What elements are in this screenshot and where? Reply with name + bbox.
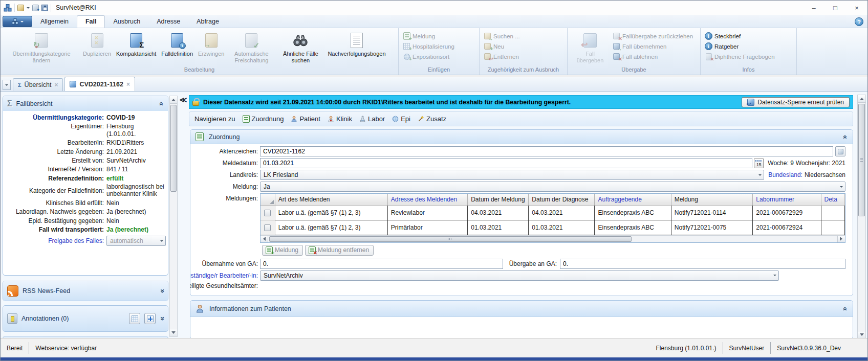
uebergabe-ga-input[interactable]: [560, 259, 845, 269]
recheck-lock-button[interactable]: ↩ Datensatz-Sperre erneut prüfen: [742, 97, 850, 107]
column-header[interactable]: Datum der Diagnose: [529, 194, 595, 205]
tab-list-dropdown-button[interactable]: [3, 80, 11, 90]
scroll-down-button[interactable]: [858, 331, 865, 339]
close-button[interactable]: ×: [846, 1, 867, 15]
tab-ausbruch[interactable]: Ausbruch: [105, 16, 148, 28]
tab-abfrage[interactable]: Abfrage: [188, 16, 227, 28]
sidebar-scrollbar[interactable]: [169, 96, 178, 337]
nav-link-klinik[interactable]: Klinik: [328, 115, 352, 123]
row-checkbox[interactable]: [264, 224, 271, 231]
doc-tab-case[interactable]: CVD2021-1162 ×: [64, 77, 135, 91]
falluebersicht-header[interactable]: Σ Fallübersicht «: [3, 96, 168, 111]
help-button[interactable]: ?: [855, 17, 863, 26]
automatische-freischaltung-button[interactable]: ✓ Automatische Freischaltung: [227, 30, 276, 64]
select-all-header[interactable]: [261, 194, 275, 205]
kompaktansicht-button[interactable]: Σ Kompaktansicht: [114, 30, 159, 58]
scroll-right-button[interactable]: [837, 236, 845, 242]
sidebar-collapse-button[interactable]: ≪: [179, 94, 187, 106]
column-header[interactable]: Meldung: [671, 194, 752, 205]
bearbeiter-combobox[interactable]: SurvNetArchiv: [260, 270, 779, 281]
calendar-button[interactable]: 15: [754, 159, 764, 168]
scroll-up-button[interactable]: [170, 96, 177, 104]
column-header[interactable]: Adresse des Meldenden: [387, 194, 467, 205]
falluebergabe-zurueckziehen-button[interactable]: ✕Fallübergabe zurückziehen: [611, 32, 695, 40]
scrollbar-thumb[interactable]: [269, 236, 632, 242]
fall-ablehnen-button[interactable]: ✕Fall ablehnen: [611, 52, 695, 61]
rss-header[interactable]: RSS News-Feed «: [3, 281, 168, 301]
freigabe-combobox[interactable]: automatisch: [106, 236, 166, 246]
doc-tab-uebersicht[interactable]: Σ Übersicht ×: [13, 78, 63, 91]
nav-link-zusatz[interactable]: Zusatz: [418, 115, 446, 123]
clinic-icon: [328, 116, 334, 122]
fall-uebernehmen-button[interactable]: →Fall übernehmen: [611, 42, 695, 51]
meldung-add-button[interactable]: +Meldung: [262, 245, 303, 256]
scrollbar-thumb[interactable]: [858, 104, 865, 216]
maximize-button[interactable]: □: [824, 1, 846, 15]
table-row[interactable]: Labor u.ä. (gemäß §7 (1) 2, 3) Reviewlab…: [261, 205, 845, 220]
duplizieren-button[interactable]: ✕✕ Duplizieren: [80, 30, 114, 58]
scroll-down-button[interactable]: [170, 329, 177, 336]
falldefinition-button[interactable]: i Falldefinition: [159, 30, 196, 58]
scrollbar-thumb[interactable]: [170, 105, 177, 192]
expositionsort-button[interactable]: +Expositionsort: [401, 52, 457, 61]
expand-panel-icon[interactable]: «: [158, 289, 166, 293]
annotations-header[interactable]: Annotationen (0) «: [3, 306, 168, 331]
meldung-remove-button[interactable]: ✕Meldung entfernen: [305, 245, 374, 256]
collapse-section-icon[interactable]: «: [841, 135, 850, 139]
fall-uebergeben-button[interactable]: ↩ Fall übergeben: [570, 30, 611, 64]
new-record-icon[interactable]: [17, 5, 24, 11]
aktenzeichen-lookup-button[interactable]: [835, 146, 845, 156]
column-header[interactable]: Auftraggebende: [595, 194, 671, 205]
nachverfolgungsbogen-button[interactable]: Nachverfolgungsbogen: [325, 30, 388, 58]
scroll-up-button[interactable]: [858, 95, 865, 103]
column-header[interactable]: Labornummer: [753, 194, 821, 205]
meldung-combobox[interactable]: Ja: [260, 182, 845, 192]
meldedatum-input[interactable]: [260, 158, 752, 168]
application-menu-button[interactable]: [3, 16, 32, 27]
table-row[interactable]: Labor u.ä. (gemäß §7 (1) 2, 3) Primärlab…: [261, 220, 845, 235]
aehnliche-faelle-suchen-button[interactable]: Ähnliche Fälle suchen: [276, 30, 325, 64]
minimize-button[interactable]: –: [803, 1, 824, 15]
tab-fall[interactable]: Fall: [77, 15, 105, 28]
nav-link-zuordnung[interactable]: Zuordnung: [243, 115, 284, 123]
annotations-layout-button[interactable]: [144, 313, 156, 324]
collapse-panel-icon[interactable]: «: [158, 102, 166, 106]
erzwingen-button[interactable]: → Erzwingen: [196, 30, 227, 58]
annotations-grid-button[interactable]: [129, 313, 140, 324]
column-header[interactable]: Datum der Meldung: [468, 194, 529, 205]
meldung-einfuegen-button[interactable]: +Meldung: [401, 32, 457, 40]
nav-link-labor[interactable]: Labor: [359, 115, 385, 123]
uebernahme-ga-input[interactable]: [260, 259, 503, 269]
row-checkbox[interactable]: [264, 210, 271, 216]
info-icon: i: [705, 42, 712, 50]
steckbrief-button[interactable]: iSteckbrief: [703, 32, 777, 40]
content-scrollbar[interactable]: [857, 95, 866, 339]
ratgeber-button[interactable]: iRatgeber: [703, 42, 777, 51]
column-header[interactable]: Art des Meldenden: [275, 194, 387, 205]
collapse-section-icon[interactable]: «: [841, 307, 850, 311]
close-tab-icon[interactable]: ×: [126, 81, 130, 88]
diphtherie-fragebogen-button[interactable]: ✕Diphtherie Fragebogen: [703, 52, 777, 61]
ausbruch-neu-button[interactable]: +Neu: [482, 42, 522, 51]
divider: [14, 4, 15, 12]
tab-allgemein[interactable]: Allgemein: [32, 16, 77, 28]
nav-link-epi[interactable]: Epi: [392, 115, 410, 123]
nav-link-patient[interactable]: Patient: [291, 115, 320, 123]
landkreis-combobox[interactable]: LK Friesland: [260, 170, 764, 180]
close-tab-icon[interactable]: ×: [54, 81, 58, 88]
aktenzeichen-input[interactable]: [260, 146, 833, 156]
patient-header[interactable]: Informationen zum Patienten «: [190, 301, 853, 317]
column-header[interactable]: Deta: [821, 194, 844, 205]
dropdown-caret-icon[interactable]: [27, 7, 30, 10]
expand-panel-icon[interactable]: «: [158, 317, 166, 321]
uebermittlungskategorie-aendern-button[interactable]: ↻● Übermittlungskategorie ändern: [3, 30, 80, 64]
save-icon[interactable]: [41, 5, 48, 11]
table-horizontal-scrollbar[interactable]: [261, 235, 845, 242]
ausbruch-suchen-button[interactable]: →Suchen ...: [482, 32, 522, 40]
scroll-left-button[interactable]: [261, 236, 268, 242]
zuordnung-header[interactable]: Zuordnung «: [190, 130, 853, 144]
ausbruch-entfernen-button[interactable]: ↩Entfernen: [482, 52, 522, 61]
export-record-icon[interactable]: ●: [32, 5, 39, 11]
tab-adresse[interactable]: Adresse: [148, 16, 188, 28]
hospitalisierung-button[interactable]: +Hospitalisierung: [401, 42, 457, 51]
